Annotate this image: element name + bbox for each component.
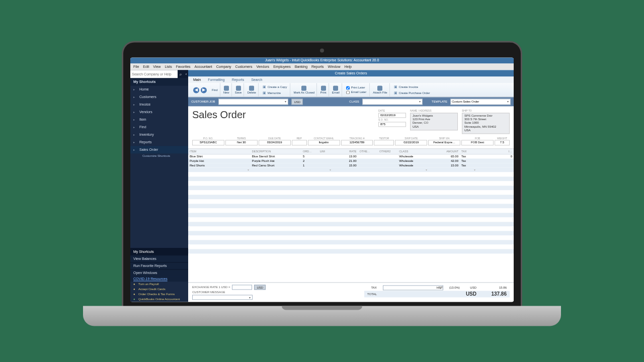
nav-item[interactable]: Item — [130, 116, 188, 123]
company-search-input[interactable] — [130, 70, 178, 78]
tab-main[interactable]: Main — [193, 78, 201, 81]
customer-job-select[interactable] — [218, 99, 289, 105]
menu-banking[interactable]: Banking — [295, 65, 307, 68]
table-input-row[interactable] — [188, 168, 514, 172]
weight-input[interactable]: 7.5 — [495, 140, 510, 145]
link-checks[interactable]: Order Checks & Tax Forms — [130, 292, 188, 297]
email-button[interactable]: Email — [330, 83, 342, 97]
pono-input[interactable]: SPS123ABC — [192, 140, 224, 145]
table-empty-row[interactable]: . — [188, 182, 514, 186]
section-my-shortcuts[interactable]: My Shortcuts — [130, 248, 188, 255]
table-empty-row[interactable]: . — [188, 231, 514, 236]
table-empty-row[interactable]: . — [188, 200, 514, 204]
create-copy-button[interactable]: Create a Copy — [263, 84, 287, 89]
table-empty-row[interactable]: . — [188, 245, 514, 249]
menu-view[interactable]: View — [153, 65, 160, 68]
contactemail-input[interactable]: lkrgahn — [308, 140, 340, 145]
table-row[interactable]: Blue ShirtBlue Stencil Shirt513.00Wholes… — [188, 154, 514, 159]
table-empty-row[interactable]: . — [188, 249, 514, 254]
link-credit-cards[interactable]: Accept Credit Cards — [130, 287, 188, 292]
tab-formatting[interactable]: Formatting — [208, 78, 224, 81]
table-empty-row[interactable]: . — [188, 204, 514, 209]
menu-accountant[interactable]: Accountant — [195, 65, 212, 68]
next-record-button[interactable]: ▶ — [201, 87, 207, 93]
table-empty-row[interactable]: . — [188, 236, 514, 240]
search-icon[interactable]: ⌕ — [178, 70, 184, 78]
nav-customers[interactable]: Customers — [130, 93, 188, 101]
save-button[interactable]: Save — [233, 83, 245, 97]
nav-invoice[interactable]: Invoice — [130, 101, 188, 108]
fob-input[interactable]: FOB Dest — [461, 140, 494, 145]
link-payroll[interactable]: Turn on Payroll — [130, 282, 188, 287]
create-invoice-button[interactable]: Create Invoice — [394, 84, 430, 89]
nav-reports[interactable]: Reports — [130, 138, 188, 146]
email-later-checkbox[interactable]: Email Later — [346, 90, 366, 94]
customize-shortcuts-link[interactable]: Customize Shortcuts — [130, 153, 188, 158]
table-empty-row[interactable]: . — [188, 213, 514, 218]
tracking-input[interactable]: 123456789 — [341, 140, 373, 145]
attach-button[interactable]: Attach File — [371, 83, 389, 97]
prev-record-button[interactable]: ◀ — [193, 87, 199, 93]
table-empty-row[interactable]: . — [188, 209, 514, 213]
table-empty-row[interactable]: . — [188, 240, 514, 245]
table-empty-row[interactable]: . — [188, 195, 514, 200]
table-row[interactable]: Red ShortsRed Camo Short115.00Wholesale1… — [188, 163, 514, 168]
table-empty-row[interactable]: . — [188, 222, 514, 227]
menu-employees[interactable]: Employees — [273, 65, 291, 68]
table-empty-row[interactable]: . — [188, 191, 514, 195]
section-view-balances[interactable]: View Balances — [130, 255, 188, 262]
menu-vendors[interactable]: Vendors — [256, 65, 269, 68]
name-address-box[interactable]: Juan's Widgets 123 First Ave Denver, CO … — [410, 113, 458, 130]
menu-favorites[interactable]: Favorites — [176, 65, 191, 68]
shipto-box[interactable]: SPS Commerce Dstr 333 S 7th Street Suite… — [462, 113, 510, 134]
covid-link[interactable]: COVID-19 Resources — [130, 276, 188, 282]
menu-reports[interactable]: Reports — [311, 65, 324, 68]
delete-button[interactable]: Delete — [245, 83, 258, 97]
create-po-button[interactable]: Create Purchase Order — [394, 90, 430, 96]
terms-select[interactable]: Net 30 — [225, 140, 258, 145]
shipdate-input[interactable]: 02/22/2019 — [395, 140, 427, 145]
nav-find[interactable]: Find — [130, 123, 188, 131]
new-button[interactable]: New — [221, 83, 232, 97]
class-select[interactable] — [362, 99, 423, 105]
tab-reports[interactable]: Reports — [232, 78, 245, 81]
menu-customers[interactable]: Customers — [235, 65, 253, 68]
tab-search[interactable]: Search — [251, 78, 262, 81]
nav-inventory[interactable]: Inventory — [130, 131, 188, 138]
print-later-checkbox[interactable]: Print Later — [346, 86, 366, 89]
testdr-input[interactable] — [374, 140, 394, 145]
date-input[interactable]: 02/22/2019 — [378, 113, 406, 118]
nav-vendors[interactable]: Vendors — [130, 108, 188, 116]
mark-closed-button[interactable]: Mark As Closed — [291, 83, 317, 97]
find-button[interactable]: Find — [210, 83, 220, 97]
menu-company[interactable]: Company — [216, 65, 231, 68]
menu-file[interactable]: File — [133, 65, 139, 68]
table-empty-row[interactable]: . — [188, 186, 514, 191]
sono-input[interactable]: 875 — [378, 122, 406, 127]
section-open-windows[interactable]: Open Windows — [130, 269, 188, 276]
rep-select[interactable] — [292, 140, 307, 145]
table-empty-row[interactable]: . — [188, 177, 514, 182]
template-select[interactable]: Custom Sales Order — [450, 99, 511, 105]
table-empty-row[interactable]: . — [188, 227, 514, 231]
menu-window[interactable]: Window — [328, 65, 341, 68]
line-items-table[interactable]: ITEM DESCRIPTION ORD… U/M RATE OTHE… OTH… — [188, 149, 514, 254]
customer-message-select[interactable] — [192, 295, 253, 300]
collapse-icon[interactable]: ‹ — [184, 70, 188, 78]
menu-help[interactable]: Help — [344, 65, 351, 68]
tax-select[interactable]: HST — [383, 285, 443, 290]
duedate-input[interactable]: 03/24/2019 — [259, 140, 291, 145]
print-button[interactable]: Print — [318, 83, 329, 97]
menu-lists[interactable]: Lists — [165, 65, 172, 68]
menu-edit[interactable]: Edit — [143, 65, 149, 68]
shipvia-select[interactable]: Federal Expre… — [428, 140, 460, 145]
link-qbo-accountant[interactable]: QuickBooks Online Accountant — [130, 297, 188, 302]
memorize-button[interactable]: Memorize — [263, 90, 287, 96]
exchange-rate-input[interactable] — [232, 285, 252, 290]
table-empty-row[interactable]: . — [188, 218, 514, 222]
table-row[interactable]: Purple HatPurple Plush Hat221.00Wholesal… — [188, 159, 514, 163]
nav-sales-order[interactable]: Sales Order — [130, 146, 188, 153]
nav-home[interactable]: Home — [130, 85, 188, 93]
table-empty-row[interactable]: . — [188, 172, 514, 177]
section-favorite-reports[interactable]: Run Favorite Reports — [130, 262, 188, 269]
